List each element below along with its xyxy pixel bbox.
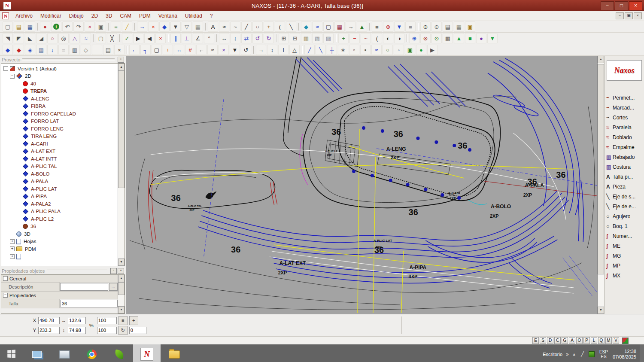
maximize-button[interactable]: □ — [615, 1, 628, 10]
text-icon[interactable]: A — [208, 21, 218, 32]
tree-item-a-pala2[interactable]: A-PALA2 — [3, 200, 118, 208]
tree-item-a-pala[interactable]: A-PALA — [3, 178, 118, 186]
description-input[interactable] — [60, 283, 108, 291]
tree-item-a-bolo[interactable]: A-BOLO — [3, 170, 118, 178]
fillet-icon[interactable]: ◢ — [36, 33, 46, 43]
crosshair-icon[interactable]: ┼ — [327, 45, 337, 55]
y-coordinate-input[interactable] — [38, 327, 60, 334]
angle-input[interactable] — [129, 327, 146, 334]
corner-icon[interactable]: ⌐ — [129, 45, 140, 55]
swap-icon[interactable]: ⇄ — [241, 33, 252, 43]
info-icon[interactable]: i — [51, 21, 61, 32]
side-tool-perimet[interactable]: ~Perimet... — [605, 93, 644, 103]
dot-green-icon[interactable]: ● — [416, 45, 426, 55]
add-icon[interactable]: + — [338, 33, 349, 43]
height-icon[interactable]: ↕ — [267, 45, 277, 55]
menu-utilidad[interactable]: Utilidad — [181, 13, 206, 19]
tri-icon[interactable]: △ — [289, 45, 300, 55]
squiggle-icon[interactable]: ~ — [361, 33, 371, 43]
mode-letter-l[interactable]: L — [591, 337, 597, 344]
dot-purple-icon[interactable]: ● — [476, 33, 486, 43]
mode-letter-c[interactable]: C — [554, 337, 561, 344]
list-icon[interactable]: ≡ — [58, 45, 69, 55]
corner2-icon[interactable]: ┐ — [140, 45, 151, 55]
waves-icon[interactable]: ≈ — [371, 45, 382, 55]
insert-icon[interactable]: ⊕ — [409, 33, 419, 43]
show-desktop-button[interactable] — [640, 344, 644, 362]
minus-icon[interactable]: − — [349, 33, 360, 43]
scroll-thumb[interactable] — [598, 64, 604, 274]
left-icon[interactable]: ← — [196, 45, 207, 55]
x-coordinate-input[interactable] — [38, 317, 60, 324]
tree-item-a-lat-ext[interactable]: A-LAT EXT — [3, 148, 118, 155]
tree-item-a-gari[interactable]: A-GARI — [3, 140, 118, 148]
piece-icon[interactable]: ◆ — [159, 21, 170, 32]
tree-expander[interactable]: + — [10, 246, 15, 251]
collapse-icon[interactable]: − — [92, 45, 102, 55]
section-general[interactable]: − General — [1, 275, 118, 283]
tree-item-2d[interactable]: −2D — [3, 73, 118, 80]
shoe-pattern-drawing[interactable]: 363636363636363636A-LENG2XPA-GARI2XPA-PA… — [126, 56, 598, 314]
erase-icon[interactable]: × — [219, 45, 229, 55]
snap-icon[interactable]: ⊕ — [383, 21, 393, 32]
center-icon[interactable]: ◎ — [58, 33, 69, 43]
mode-color-icon[interactable] — [622, 338, 629, 344]
taskbar-app-explorer[interactable] — [23, 344, 51, 362]
mode-letter-v[interactable]: V — [613, 337, 619, 344]
dot-filled-icon[interactable]: ▪ — [360, 45, 371, 55]
filter-icon[interactable]: ▼ — [170, 21, 181, 32]
tree-item-a-leng[interactable]: A-LENG — [3, 95, 118, 103]
pencil-icon[interactable]: ╱ — [122, 21, 132, 32]
download-icon[interactable]: ↓ — [47, 45, 58, 55]
mdi-close-button[interactable]: × — [634, 12, 642, 19]
ibeam-icon[interactable]: I — [278, 45, 289, 55]
dot-small-icon[interactable]: ▫ — [349, 45, 359, 55]
rotate-cw-icon[interactable]: ↻ — [264, 33, 274, 43]
side-tool-costura[interactable]: ▥Costura — [605, 162, 644, 172]
width-input[interactable] — [68, 317, 86, 324]
up-icon[interactable]: ▲ — [357, 21, 367, 32]
soften-icon[interactable]: ≈ — [207, 45, 218, 55]
scroll-up-icon[interactable]: ▲ — [598, 56, 604, 63]
tree-item-a-lat-intt[interactable]: A-LAT INTT — [3, 155, 118, 163]
notch-icon[interactable]: ◆ — [301, 21, 311, 32]
open-icon[interactable]: ▤ — [14, 21, 24, 32]
tree-scrollbar[interactable]: ▲ ▼ — [118, 64, 125, 266]
green-panel-icon[interactable]: ▣ — [405, 45, 415, 55]
side-tool-doblado[interactable]: ≈Doblado — [605, 132, 644, 142]
mode-letter-m[interactable]: M — [605, 337, 612, 344]
side-tool-rebajado[interactable]: ▥Rebajado — [605, 152, 644, 162]
taskbar-app-viewer[interactable] — [51, 344, 78, 362]
mirror-icon[interactable]: ╲ — [286, 21, 296, 32]
next-icon[interactable]: → — [256, 45, 266, 55]
scroll-thumb[interactable] — [118, 282, 125, 295]
description-browse-button[interactable]: ... — [109, 283, 118, 291]
rotate-icon[interactable]: △ — [70, 33, 80, 43]
select-box-icon[interactable]: ▢ — [96, 33, 106, 43]
side-tool-agujero[interactable]: ○Agujero — [605, 211, 644, 221]
panel-dock-button[interactable]: ▫ — [118, 57, 124, 63]
focus-icon[interactable]: ⊙ — [431, 33, 442, 43]
mode-letter-g[interactable]: G — [562, 337, 568, 344]
ring-small-icon[interactable]: ◦ — [394, 45, 404, 55]
mode-letter-s[interactable]: S — [540, 337, 546, 344]
play-icon[interactable]: ▶ — [133, 33, 143, 43]
exclude-icon[interactable]: ⊗ — [420, 33, 431, 43]
offset-icon[interactable]: ○ — [47, 33, 58, 43]
help-book-icon[interactable]: ▣ — [465, 21, 475, 32]
undo-icon[interactable]: ↶ — [62, 21, 73, 32]
cancel-icon[interactable]: × — [155, 33, 166, 43]
slash-icon[interactable]: ╱ — [304, 45, 315, 55]
layers-icon[interactable]: ≡ — [111, 21, 121, 32]
frame-icon[interactable]: ▢ — [152, 45, 162, 55]
tree-item-forro-capellad[interactable]: FORRO CAPELLAD — [3, 110, 118, 118]
tri-green-icon[interactable]: ▲ — [454, 33, 464, 43]
dropdown-icon[interactable]: ▼ — [394, 21, 404, 32]
hatch2-icon[interactable]: ▨ — [323, 33, 334, 43]
drop-icon[interactable]: ▼ — [230, 45, 240, 55]
columns-icon[interactable]: ▥ — [70, 45, 80, 55]
pattern-icon[interactable]: ▩ — [443, 33, 453, 43]
rotate-button[interactable]: ↻ — [118, 326, 128, 335]
menu-2d[interactable]: 2D — [88, 13, 102, 19]
chamfer-icon[interactable]: ◣ — [25, 33, 35, 43]
